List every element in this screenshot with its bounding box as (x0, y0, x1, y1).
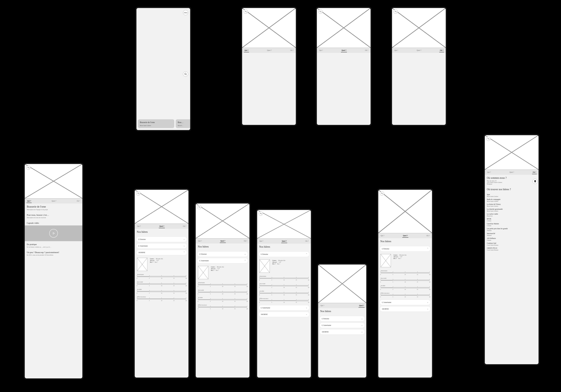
beer-accordion-L'Amertume[interactable]: L'Amertume⌄ (380, 300, 431, 305)
tab-who[interactable]: Qui ? (319, 49, 323, 52)
back-button[interactable] (26, 165, 31, 170)
tab-where[interactable]: Où ? (365, 49, 368, 52)
beer-accordion-L'Amertume[interactable]: L'Amertume⌄ (259, 305, 309, 311)
video-title: Capsule vidéo (27, 222, 80, 224)
back-button[interactable] (244, 10, 248, 14)
tab-what[interactable]: Quoi ? (159, 225, 164, 228)
meter-label: Amertume (198, 282, 247, 283)
chevron-up-icon: ⌃ (244, 260, 246, 262)
beer-image-placeholder (381, 254, 391, 267)
store-item[interactable]: Couleurs SudCourt-Saint-Etienne (487, 242, 537, 247)
distance-badge[interactable]: 20km (183, 10, 188, 15)
tabs: Qui ?Quoi ?Où ? (378, 233, 432, 238)
beer-accordion-16ORNE[interactable]: 16ORNE⌄ (320, 329, 365, 335)
store-item[interactable]: Carrefour MarketCorbais (487, 222, 537, 227)
meter-label: Sucrosité (137, 281, 186, 283)
beer-accordion-L'Ornoise[interactable]: L'Ornoise⌄ (136, 237, 187, 242)
tab-who[interactable]: Qui ? (320, 304, 324, 307)
back-button[interactable] (197, 205, 202, 209)
store-item[interactable]: La ferme de l'OrnoyMont-Saint-Guibert (487, 203, 537, 207)
store-item[interactable]: BI'OKCorbais (487, 217, 537, 222)
map-pin-button[interactable] (532, 179, 538, 184)
tab-where[interactable]: Où ? (440, 49, 444, 52)
tab-who[interactable]: Qui ? (198, 239, 202, 243)
meter-acidité: Acidité05101520 (137, 288, 186, 294)
tab-what[interactable]: Quoi ? (281, 240, 287, 243)
back-button[interactable] (486, 137, 491, 141)
tab-who[interactable]: Qui ? (27, 199, 31, 203)
beer-accordion-16ORNE[interactable]: 16ORNE⌄ (259, 312, 309, 317)
tab-where[interactable]: Où ? (76, 199, 80, 203)
beer-accordion-L'Ornoise[interactable]: L'Ornoise⌃ (259, 251, 309, 257)
beer-accordion-L'Ornoise[interactable]: L'Ornoise⌃ (380, 246, 431, 251)
back-button[interactable] (318, 10, 323, 14)
store-item[interactable]: SparMont-Saint-Guibert (487, 193, 537, 198)
back-button[interactable] (393, 10, 398, 14)
back-button[interactable] (136, 191, 140, 196)
tabs: Qui ?Quoi ?Où ? (392, 48, 446, 53)
tab-who[interactable]: Qui ? (487, 171, 491, 174)
brewery-card-row[interactable]: Brasserie de l'orneMont Saint GuibertBra… (138, 119, 190, 128)
brewery-card[interactable]: Bras…Mont S… (176, 119, 190, 128)
tab-what[interactable]: Quoi ? (403, 234, 408, 238)
hero-placeholder (378, 190, 432, 233)
beer-accordion-L'Amertume[interactable]: L'Amertume⌃ (197, 258, 248, 263)
store-name: BI'OK (487, 218, 537, 220)
beer-accordion-L'Ornoise[interactable]: L'Ornoise⌄ (320, 316, 365, 321)
tab-what[interactable]: Quoi ? (359, 304, 364, 307)
tab-what[interactable]: Quoi ? (267, 49, 272, 52)
tab-what[interactable]: Quoi ? (341, 49, 347, 52)
tab-what[interactable]: Quoi ? (509, 171, 514, 174)
meter-label: Effervescence (259, 298, 309, 299)
tab-what[interactable]: Quoi ? (220, 239, 226, 243)
store-item[interactable]: Radis & compagnieMont-Saint-Guibert (487, 198, 537, 203)
store-item[interactable]: AD DelhaizeChastre (487, 237, 537, 242)
tab-what[interactable]: Quoi ? (416, 49, 421, 52)
beer-accordion-16ORNE[interactable]: 16ORNE⌄ (380, 306, 431, 312)
tab-where[interactable]: Où ? (183, 225, 186, 228)
meter-label: Effervescence (137, 296, 186, 298)
tab-who[interactable]: Qui ? (244, 49, 249, 52)
store-city: Corbais (487, 220, 537, 222)
back-button[interactable] (380, 191, 384, 196)
tab-who[interactable]: Qui ? (394, 49, 398, 52)
beer-accordion-L'Ornoise[interactable]: L'Ornoise⌄ (197, 251, 248, 257)
brewery-card-name: Brasserie de l'orne (140, 121, 172, 124)
tab-who[interactable]: Qui ? (259, 240, 263, 243)
store-name: Les petits pots dans les grands (487, 228, 537, 230)
beer-image-placeholder (259, 260, 270, 273)
store-city: Walhain (487, 235, 537, 236)
beer-accordion-L'Amertume[interactable]: L'Amertume⌄ (136, 243, 187, 249)
tab-where[interactable]: Où ? (532, 171, 537, 174)
brewery-card[interactable]: Brasserie de l'orneMont Saint Guibert (138, 119, 174, 128)
tab-what[interactable]: Quoi ? (51, 199, 56, 203)
store-item[interactable]: Les petits pots dans les grandsWalhain (487, 227, 537, 232)
video-capsule[interactable] (25, 225, 82, 241)
store-item[interactable]: La charette gourmandeMont-Saint-Guibert (487, 207, 537, 212)
tabs: Qui ?Quoi ?Où ? (485, 170, 539, 175)
store-item[interactable]: GREEN PEASCourt-Saint-Etienne (487, 247, 537, 251)
beer-name: L'Ornoise (199, 253, 207, 255)
meter-acidité: Acidité05101520 (198, 297, 247, 302)
tab-who[interactable]: Qui ? (380, 234, 385, 238)
store-name: AD Delhaize (487, 237, 537, 240)
store-item[interactable]: La vache à tableBeaurieux (487, 212, 537, 217)
store-item[interactable]: IntermarchéWalhain (487, 232, 537, 237)
tab-who[interactable]: Qui ? (137, 225, 141, 228)
search-button[interactable] (183, 71, 188, 77)
beer-accordion-L'Amertume[interactable]: L'Amertume⌄ (320, 323, 365, 328)
tab-where[interactable]: Où ? (426, 234, 430, 238)
beer-name: 16ORNE (322, 331, 329, 333)
beer-name: L'Ornoise (138, 238, 146, 240)
tab-where[interactable]: Où ? (244, 239, 248, 243)
brewery-card-city: Mont Saint Guibert (140, 125, 172, 126)
meter-sucrosité: Sucrosité05101520 (381, 277, 430, 283)
beer-accordion-16ORNE[interactable]: 16ORNE⌃ (136, 250, 187, 255)
store-name: La charette gourmande (487, 208, 537, 210)
back-button[interactable] (259, 211, 263, 216)
beer-detail: Genre : Blonde AleAlcool : 5.8°Bio ? Yes… (257, 258, 311, 274)
hero-placeholder (25, 164, 82, 198)
meter-sucrosité: Sucrosité05101520 (137, 281, 186, 287)
tab-where[interactable]: Où ? (305, 240, 309, 243)
tab-where[interactable]: Où ? (290, 49, 294, 52)
